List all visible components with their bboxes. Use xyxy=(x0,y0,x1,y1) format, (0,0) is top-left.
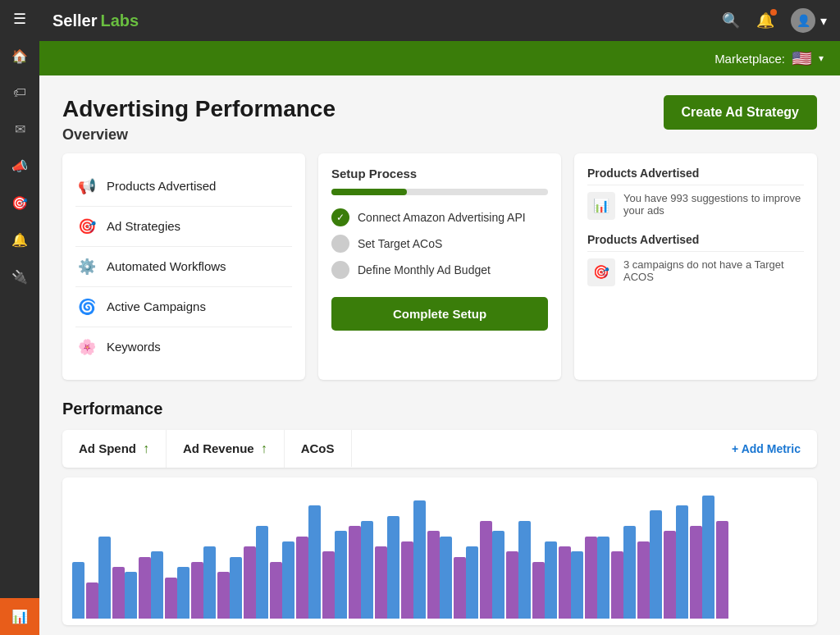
suggestion-2-text: 3 campaigns do not have a Target ACOS xyxy=(623,258,804,283)
country-flag: 🇺🇸 xyxy=(792,48,812,68)
bar-group xyxy=(387,491,413,619)
ads-icon: 📊 xyxy=(11,609,28,624)
sidebar: ☰ 🏠 🏷 ✉ 📣 🎯 🔔 🔌 📊 xyxy=(0,0,39,635)
user-menu[interactable]: 👤 ▾ xyxy=(791,8,827,33)
bar-purple xyxy=(296,537,308,619)
bar-blue xyxy=(151,551,163,618)
create-ad-strategy-button[interactable]: Create Ad Strategy xyxy=(664,95,817,130)
sidebar-item-mail[interactable]: ✉ xyxy=(0,111,39,148)
bar-blue xyxy=(230,557,242,619)
suggestion-section-2-title: Products Advertised xyxy=(587,233,804,252)
page-title-group: Advertising Performance Overview xyxy=(62,95,336,144)
suggestion-section-2: Products Advertised 🎯 3 campaigns do not… xyxy=(587,233,804,286)
nav-keywords[interactable]: 🌸 Keywords xyxy=(75,327,292,367)
bar-purple xyxy=(532,562,545,619)
bar-group xyxy=(597,491,623,619)
complete-setup-button[interactable]: Complete Setup xyxy=(331,297,548,331)
nav-active-campaigns[interactable]: 🌀 Active Campaigns xyxy=(75,287,292,327)
bar-purple xyxy=(349,526,361,619)
bar-group xyxy=(702,491,728,619)
bar-group xyxy=(676,491,702,619)
setup-title: Setup Process xyxy=(331,167,548,180)
suggestion-1-icon: 📊 xyxy=(587,192,615,220)
nav-ad-strategies[interactable]: 🎯 Ad Strategies xyxy=(75,207,292,247)
marketplace-label: Marketplace: xyxy=(714,52,785,66)
bar-blue xyxy=(676,505,688,619)
bar-blue xyxy=(466,546,478,619)
suggestion-1-text: You have 993 suggestions to improve your… xyxy=(623,192,804,217)
bar-blue xyxy=(177,567,189,619)
bar-blue xyxy=(623,526,636,619)
bar-blue xyxy=(440,537,452,619)
suggestion-item-2: 🎯 3 campaigns do not have a Target ACOS xyxy=(587,258,804,286)
bar-purple xyxy=(611,551,623,618)
add-metric-button[interactable]: + Add Metric xyxy=(715,431,817,467)
user-dropdown-arrow: ▾ xyxy=(820,13,827,29)
topbar-icons: 🔍 🔔 👤 ▾ xyxy=(722,8,827,33)
bar-group xyxy=(571,491,597,619)
sidebar-item-megaphone[interactable]: 📣 xyxy=(0,148,39,185)
avatar: 👤 xyxy=(791,8,815,33)
sidebar-item-home[interactable]: 🏠 xyxy=(0,38,39,75)
search-button[interactable]: 🔍 xyxy=(722,11,740,30)
plugin-icon: 🔌 xyxy=(11,269,28,285)
bar-group xyxy=(623,491,650,619)
metric-ad-spend[interactable]: Ad Spend ↑ xyxy=(62,430,167,468)
main-area: Seller Labs 🔍 🔔 👤 ▾ Marketplace: 🇺🇸 xyxy=(39,0,840,635)
bar-blue xyxy=(545,541,557,619)
progress-bar-fill xyxy=(331,189,407,195)
search-icon: 🔍 xyxy=(722,12,740,29)
tag-icon: 🏷 xyxy=(13,85,26,100)
sidebar-item-bell[interactable]: 🔔 xyxy=(0,222,39,258)
bar-blue xyxy=(702,496,714,619)
overview-grid: 📢 Products Advertised 🎯 Ad Strategies ⚙️… xyxy=(62,153,817,380)
bar-purple xyxy=(585,537,597,619)
mail-icon: ✉ xyxy=(15,121,25,137)
bar-purple xyxy=(86,582,98,619)
bar-group xyxy=(361,491,387,619)
marketplace-dropdown-arrow: ▾ xyxy=(819,53,824,64)
logo-seller: Seller xyxy=(52,11,97,30)
bar-group xyxy=(203,491,230,619)
chart-container xyxy=(62,477,817,625)
automated-workflows-icon: ⚙️ xyxy=(75,255,98,278)
products-advertised-icon: 📢 xyxy=(75,175,98,198)
nav-products-advertised[interactable]: 📢 Products Advertised xyxy=(75,167,292,207)
keywords-icon: 🌸 xyxy=(75,336,98,359)
sidebar-item-tags[interactable]: 🏷 xyxy=(0,75,39,111)
page-title: Advertising Performance xyxy=(62,95,336,123)
bar-blue xyxy=(72,562,84,619)
metric-acos[interactable]: ACoS xyxy=(285,430,352,467)
notifications-button[interactable]: 🔔 xyxy=(756,11,774,30)
bar-purple xyxy=(244,546,256,619)
metric-acos-label: ACoS xyxy=(301,441,335,455)
sidebar-item-plugin[interactable]: 🔌 xyxy=(0,258,39,295)
setup-step-3-label: Define Monthly Ad Budget xyxy=(358,263,491,276)
bar-purple xyxy=(112,567,125,619)
step-2-check xyxy=(331,235,349,253)
bar-group xyxy=(256,491,282,619)
bar-blue xyxy=(308,505,321,619)
bar-group xyxy=(545,491,571,619)
bar-purple xyxy=(664,531,676,618)
bar-purple xyxy=(690,526,702,619)
sidebar-item-target[interactable]: 🎯 xyxy=(0,185,39,222)
nav-automated-workflows[interactable]: ⚙️ Automated Workflows xyxy=(75,247,292,287)
sidebar-item-ads[interactable]: 📊 xyxy=(0,598,39,635)
bar-blue xyxy=(361,521,373,619)
bar-purple xyxy=(427,531,440,618)
bar-blue xyxy=(571,551,583,618)
progress-bar-container xyxy=(331,189,548,195)
nav-active-campaigns-label: Active Campaigns xyxy=(107,299,206,313)
sidebar-menu-button[interactable]: ☰ xyxy=(0,0,39,38)
bar-group xyxy=(650,491,676,619)
bar-purple xyxy=(375,546,387,619)
marketplace-selector[interactable]: Marketplace: 🇺🇸 ▾ xyxy=(714,48,824,68)
metric-ad-revenue[interactable]: Ad Revenue ↑ xyxy=(167,430,285,468)
hamburger-icon: ☰ xyxy=(13,10,26,28)
bar-purple xyxy=(270,562,282,619)
bar-group xyxy=(230,491,256,619)
ad-spend-trend-icon: ↑ xyxy=(143,441,149,456)
step-1-check: ✓ xyxy=(331,208,349,226)
metric-ad-revenue-label: Ad Revenue xyxy=(183,441,254,455)
